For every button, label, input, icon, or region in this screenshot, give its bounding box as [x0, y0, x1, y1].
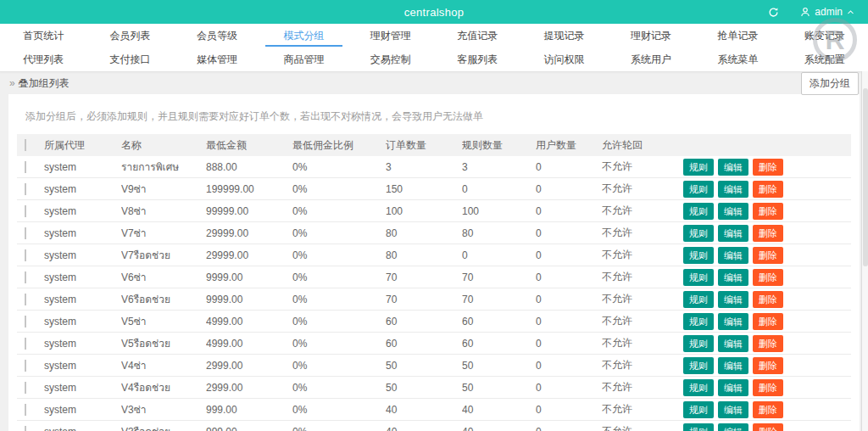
edit-button[interactable]: 编辑 [718, 335, 748, 352]
nav-item[interactable]: 首页统计 [0, 24, 86, 48]
row-checkbox[interactable] [25, 161, 26, 173]
delete-button[interactable]: 删除 [753, 379, 783, 396]
cell-allow-loop: 不允许 [602, 226, 683, 240]
nav-row-1: 首页统计会员列表会员等级模式分组理财管理充值记录提现记录理财记录抢单记录账变记录 [0, 24, 868, 48]
select-all-checkbox[interactable] [25, 139, 26, 151]
row-checkbox[interactable] [25, 294, 26, 305]
rule-button[interactable]: 规则 [683, 225, 714, 242]
row-checkbox[interactable] [25, 271, 26, 283]
hint-text: 添加分组后，必须添加规则，并且规则需要对应好订单个数，若出现不对称情况，会导致用… [17, 101, 851, 134]
table-row: system V4ซ่า 2999.00 0% 50 50 0 不允许 规则 编… [17, 355, 851, 377]
cell-users: 0 [536, 161, 602, 173]
column-header: 最低佣金比例 [292, 138, 386, 153]
nav-item[interactable]: 客服列表 [434, 48, 520, 71]
row-checkbox[interactable] [25, 249, 26, 261]
row-checkbox[interactable] [25, 426, 26, 431]
cell-commission: 0% [292, 426, 386, 431]
edit-button[interactable]: 编辑 [718, 269, 748, 286]
rule-button[interactable]: 规则 [683, 423, 714, 431]
rule-button[interactable]: 规则 [683, 291, 714, 308]
rule-button[interactable]: 规则 [683, 357, 714, 374]
row-checkbox[interactable] [25, 227, 26, 239]
delete-button[interactable]: 删除 [753, 159, 783, 176]
delete-button[interactable]: 删除 [753, 181, 783, 198]
nav-item[interactable]: 商品管理 [260, 48, 347, 71]
row-checkbox[interactable] [25, 338, 26, 350]
nav-item[interactable]: 模式分组 [260, 24, 347, 48]
rule-button[interactable]: 规则 [683, 401, 714, 418]
nav-item[interactable]: 充值记录 [434, 24, 520, 48]
edit-button[interactable]: 编辑 [718, 203, 748, 220]
scrollbar-thumb[interactable] [863, 88, 868, 266]
edit-button[interactable]: 编辑 [718, 357, 748, 374]
edit-button[interactable]: 编辑 [718, 401, 748, 418]
row-checkbox[interactable] [25, 183, 26, 195]
refresh-icon [768, 7, 779, 18]
cell-agent: system [44, 316, 121, 327]
cell-orders: 70 [386, 271, 462, 283]
nav-item[interactable]: 代理列表 [0, 48, 86, 71]
cell-min-amount: 999.00 [206, 426, 292, 431]
delete-button[interactable]: 删除 [753, 203, 783, 220]
nav-item[interactable]: 会员等级 [174, 24, 260, 48]
row-checkbox[interactable] [25, 382, 26, 394]
delete-button[interactable]: 删除 [753, 335, 783, 352]
edit-button[interactable]: 编辑 [718, 247, 748, 264]
main-nav: 首页统计会员列表会员等级模式分组理财管理充值记录提现记录理财记录抢单记录账变记录… [0, 24, 868, 72]
nav-item[interactable]: 提现记录 [520, 24, 607, 48]
edit-button[interactable]: 编辑 [718, 181, 748, 198]
cell-rules: 50 [462, 382, 536, 394]
row-checkbox[interactable] [25, 316, 26, 327]
delete-button[interactable]: 删除 [753, 291, 783, 308]
row-checkbox[interactable] [25, 205, 26, 217]
nav-item[interactable]: 系统菜单 [694, 48, 781, 71]
edit-button[interactable]: 编辑 [718, 313, 748, 330]
rule-button[interactable]: 规则 [683, 313, 714, 330]
rule-button[interactable]: 规则 [683, 269, 714, 286]
delete-button[interactable]: 删除 [753, 423, 783, 431]
page-title: 叠加组列表 [19, 77, 70, 89]
nav-item[interactable]: 系统配置 [782, 48, 868, 71]
delete-button[interactable]: 删除 [753, 269, 783, 286]
nav-item[interactable]: 理财管理 [348, 24, 434, 48]
delete-button[interactable]: 删除 [753, 247, 783, 264]
rule-button[interactable]: 规则 [683, 379, 714, 396]
nav-item[interactable]: 系统用户 [608, 48, 694, 71]
delete-button[interactable]: 删除 [753, 225, 783, 242]
nav-item[interactable]: 理财记录 [608, 24, 694, 48]
user-menu[interactable]: admin [792, 0, 868, 24]
vertical-scrollbar[interactable] [861, 71, 868, 431]
table-row: system V8ซ่า 99999.00 0% 100 100 0 不允许 规… [17, 200, 851, 222]
rule-button[interactable]: 规则 [683, 159, 714, 176]
nav-item[interactable]: 交易控制 [348, 48, 434, 71]
delete-button[interactable]: 删除 [753, 401, 783, 418]
table-row: system V7รือดช่วย 29999.00 0% 80 0 0 不允许… [17, 244, 851, 266]
nav-item[interactable]: 媒体管理 [174, 48, 260, 71]
edit-button[interactable]: 编辑 [718, 159, 748, 176]
edit-button[interactable]: 编辑 [718, 291, 748, 308]
rule-button[interactable]: 规则 [683, 203, 714, 220]
rule-button[interactable]: 规则 [683, 335, 714, 352]
delete-button[interactable]: 删除 [753, 313, 783, 330]
cell-orders: 40 [386, 404, 462, 416]
rule-button[interactable]: 规则 [683, 247, 714, 264]
cell-commission: 0% [292, 205, 386, 217]
nav-item[interactable]: 支付接口 [86, 48, 173, 71]
cell-users: 0 [536, 183, 602, 195]
nav-item[interactable]: 会员列表 [86, 24, 173, 48]
nav-item[interactable]: 账变记录 [782, 24, 868, 48]
add-group-button[interactable]: 添加分组 [801, 72, 859, 95]
cell-users: 0 [536, 426, 602, 431]
rule-button[interactable]: 规则 [683, 181, 714, 198]
edit-button[interactable]: 编辑 [718, 379, 748, 396]
edit-button[interactable]: 编辑 [718, 225, 748, 242]
refresh-button[interactable] [754, 0, 792, 24]
cell-users: 0 [536, 205, 602, 217]
row-checkbox[interactable] [25, 404, 26, 416]
edit-button[interactable]: 编辑 [718, 423, 748, 431]
row-checkbox[interactable] [25, 360, 26, 372]
nav-item[interactable]: 访问权限 [520, 48, 607, 71]
delete-button[interactable]: 删除 [753, 357, 783, 374]
cell-agent: system [44, 426, 121, 431]
nav-item[interactable]: 抢单记录 [694, 24, 781, 48]
